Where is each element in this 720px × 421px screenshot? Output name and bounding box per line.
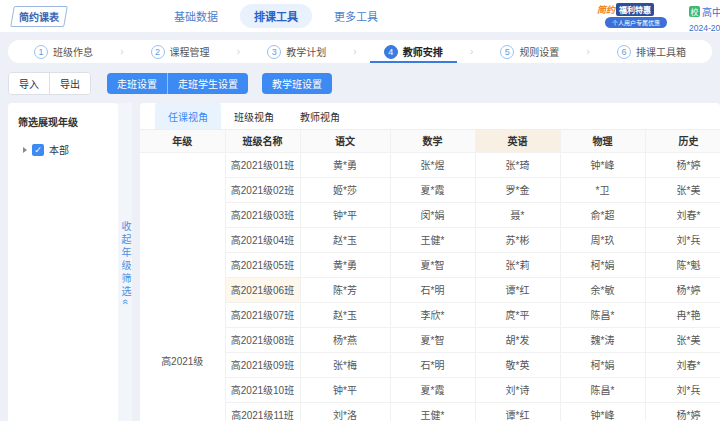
step-arrow-icon: › (353, 46, 356, 57)
sidebar-title: 筛选展现年级 (8, 103, 118, 138)
teacher-cell[interactable]: 张*煜 (390, 152, 475, 177)
teacher-cell[interactable]: 聂* (475, 202, 560, 227)
teacher-cell[interactable]: 陈昌* (560, 302, 645, 327)
teacher-cell[interactable]: 谭*红 (475, 277, 560, 302)
table-row: 高2021级10班钟*平夏*霞刘*诗陈昌*刘*兵 (140, 377, 720, 402)
nav-item-schedule-tools[interactable]: 排课工具 (240, 4, 312, 28)
teacher-cell[interactable]: 苏*彬 (475, 227, 560, 252)
column-header-0: 年级 (140, 130, 225, 152)
tab-class-view[interactable]: 班级视角 (221, 103, 287, 129)
teacher-cell[interactable]: 刘春* (645, 202, 720, 227)
teacher-cell[interactable]: 石*明 (390, 277, 475, 302)
teacher-cell[interactable]: *卫 (560, 177, 645, 202)
export-button[interactable]: 导出 (49, 73, 90, 94)
teacher-cell[interactable]: 冉*艳 (645, 302, 720, 327)
teacher-cell[interactable]: 刘*兵 (645, 227, 720, 252)
teacher-cell[interactable]: 夏*霞 (390, 377, 475, 402)
step-number: 5 (500, 45, 514, 59)
teacher-cell[interactable]: 刘*兵 (645, 377, 720, 402)
teacher-cell[interactable]: 赵*玉 (300, 227, 390, 252)
teacher-cell[interactable]: 张*美 (645, 177, 720, 202)
teacher-cell[interactable]: 杨*婷 (645, 152, 720, 177)
nav-item-more-tools[interactable]: 更多工具 (320, 4, 392, 28)
class-name-cell: 高2021级10班 (225, 377, 300, 402)
teacher-cell[interactable]: 张*琦 (475, 152, 560, 177)
teacher-cell[interactable]: 张*莉 (475, 252, 560, 277)
step-arrow-icon: › (237, 46, 240, 57)
table-row: 高2021级08班杨*燕夏*智胡*发魏*涛张*美 (140, 327, 720, 352)
import-button[interactable]: 导入 (9, 73, 49, 94)
class-name-cell: 高2021级08班 (225, 327, 300, 352)
step-course-management[interactable]: 2课程管理 (151, 40, 210, 63)
teaching-class-settings-button[interactable]: 教学班设置 (262, 73, 332, 94)
teacher-cell[interactable]: 黄*勇 (300, 152, 390, 177)
teacher-cell[interactable]: 胡*发 (475, 327, 560, 352)
app-logo-text: 简约课表 (19, 9, 59, 24)
step-number: 3 (267, 45, 281, 59)
promo-brand-text: 简约 (597, 3, 615, 16)
class-name-cell: 高2021级02班 (225, 177, 300, 202)
school-info[interactable]: 校 高中 2024-2025学 (689, 4, 720, 33)
step-label: 班级作息 (53, 44, 93, 59)
nav-item-basic-data[interactable]: 基础数据 (160, 4, 232, 28)
teacher-cell[interactable]: 魏*涛 (560, 327, 645, 352)
header-row: 年级班级名称语文数学英语物理历史 (140, 130, 720, 152)
step-number: 4 (384, 45, 398, 59)
school-row: 校 高中 (689, 4, 720, 19)
teacher-cell[interactable]: 罗*金 (475, 177, 560, 202)
teacher-cell[interactable]: 庹*平 (475, 302, 560, 327)
teacher-cell[interactable]: 钟*峰 (560, 402, 645, 421)
step-teaching-plan[interactable]: 3教学计划 (267, 40, 326, 63)
teacher-cell[interactable]: 钟*峰 (560, 152, 645, 177)
tab-course-view[interactable]: 任课视角 (155, 103, 221, 129)
step-teacher-arrangement[interactable]: 4教师安排 (384, 40, 443, 63)
teacher-cell[interactable]: 夏*智 (390, 327, 475, 352)
teacher-cell[interactable]: 杨*婷 (645, 402, 720, 421)
teacher-cell[interactable]: 石*明 (390, 352, 475, 377)
column-header-6: 历史 (645, 130, 720, 152)
teacher-cell[interactable]: 姬*莎 (300, 177, 390, 202)
expand-caret-icon[interactable] (23, 147, 27, 153)
teacher-cell[interactable]: 刘*诗 (475, 377, 560, 402)
teacher-cell[interactable]: 谭*红 (475, 402, 560, 421)
teacher-cell[interactable]: 柯*娟 (560, 352, 645, 377)
teacher-cell[interactable]: 敬*英 (475, 352, 560, 377)
teacher-cell[interactable]: 张*梅 (300, 352, 390, 377)
teacher-cell[interactable]: 刘*洛 (300, 402, 390, 421)
step-schedule-toolbox[interactable]: 6排课工具箱 (617, 40, 686, 63)
teacher-cell[interactable]: 柯*娟 (560, 252, 645, 277)
teacher-cell[interactable]: 闵*娟 (390, 202, 475, 227)
step-rule-settings[interactable]: 5规则设置 (500, 40, 559, 63)
teacher-cell[interactable]: 杨*婷 (645, 277, 720, 302)
promo-subtitle-text: 个人用户专属优惠 (605, 17, 667, 28)
table-row: 高2021级11班刘*洛王健*谭*红钟*峰杨*婷 (140, 402, 720, 421)
collapse-grade-filter-button[interactable]: 收起年级筛选« (118, 103, 132, 421)
teacher-cell[interactable]: 俞*超 (560, 202, 645, 227)
teacher-cell[interactable]: 张*美 (645, 327, 720, 352)
teacher-cell[interactable]: 陈*芳 (300, 277, 390, 302)
teacher-cell[interactable]: 钟*平 (300, 202, 390, 227)
walk-class-settings-button[interactable]: 走班设置 (107, 73, 167, 94)
teacher-cell[interactable]: 夏*智 (390, 252, 475, 277)
teacher-cell[interactable]: 陈*魁 (645, 252, 720, 277)
teacher-cell[interactable]: 王健* (390, 402, 475, 421)
step-class-timetable[interactable]: 1班级作息 (34, 40, 93, 63)
campus-checkbox[interactable]: ✓ (32, 144, 44, 156)
teacher-cell[interactable]: 钟*平 (300, 377, 390, 402)
table-row: 高2021级04班赵*玉王健*苏*彬周*玖刘*兵 (140, 227, 720, 252)
step-label: 规则设置 (519, 44, 559, 59)
teacher-cell[interactable]: 刘春* (645, 352, 720, 377)
teacher-cell[interactable]: 夏*霞 (390, 177, 475, 202)
teacher-cell[interactable]: 陈昌* (560, 377, 645, 402)
teacher-cell[interactable]: 周*玖 (560, 227, 645, 252)
teacher-cell[interactable]: 杨*燕 (300, 327, 390, 352)
teacher-cell[interactable]: 黄*勇 (300, 252, 390, 277)
teacher-cell[interactable]: 李欣* (390, 302, 475, 327)
promo-banner[interactable]: 简约 福利特惠 个人用户专属优惠 (597, 3, 673, 28)
teacher-cell[interactable]: 王健* (390, 227, 475, 252)
tab-teacher-view[interactable]: 教师视角 (287, 103, 353, 129)
sidebar-item-campus[interactable]: ✓ 本部 (8, 138, 118, 161)
teacher-cell[interactable]: 赵*玉 (300, 302, 390, 327)
teacher-cell[interactable]: 余*敏 (560, 277, 645, 302)
walk-student-settings-button[interactable]: 走班学生设置 (167, 73, 248, 94)
